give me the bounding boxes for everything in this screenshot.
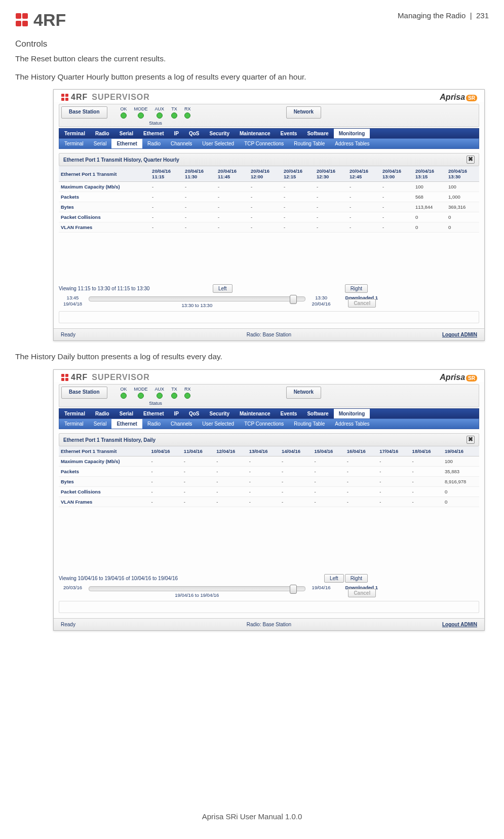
body-quarter-hourly: The History Quarter Hourly button presen… bbox=[15, 71, 489, 83]
body-daily: The History Daily button presents a log … bbox=[15, 351, 489, 362]
page-number: 231 bbox=[476, 11, 489, 20]
slider-track[interactable] bbox=[89, 296, 305, 301]
left-button[interactable]: Left bbox=[324, 574, 344, 583]
tab-ip[interactable]: IP bbox=[169, 409, 184, 418]
logout-link[interactable]: Logout ADMIN bbox=[338, 622, 477, 627]
subtab-user-selected[interactable]: User Selected bbox=[197, 139, 239, 148]
supervisor-logo: 4RF SUPERVISOR bbox=[61, 373, 150, 382]
close-icon[interactable]: ✖ bbox=[467, 436, 475, 444]
main-nav: Terminal Radio Serial Ethernet IP QoS Se… bbox=[59, 408, 479, 418]
tab-radio[interactable]: Radio bbox=[90, 129, 114, 138]
status-bar: Ready Radio: Base Station Logout ADMIN bbox=[54, 618, 484, 630]
tab-monitoring[interactable]: Monitoring bbox=[334, 409, 370, 418]
tab-software[interactable]: Software bbox=[302, 409, 333, 418]
led-tx-icon bbox=[171, 393, 177, 399]
tab-serial[interactable]: Serial bbox=[114, 129, 138, 138]
base-station-button[interactable]: Base Station bbox=[61, 387, 107, 399]
status-leds: OKMODEAUXTXRX Status bbox=[117, 386, 195, 407]
led-rx-icon bbox=[184, 112, 190, 119]
tab-qos[interactable]: QoS bbox=[184, 129, 205, 138]
table-row: Bytes--------113,844369,316 bbox=[59, 202, 479, 212]
tab-serial[interactable]: Serial bbox=[114, 409, 138, 418]
history-table-qh: Ethernet Port 1 Transmit 20/04/1611:15 2… bbox=[59, 166, 479, 233]
table-row: VLAN Frames---------0 bbox=[59, 497, 479, 507]
led-mode-icon bbox=[138, 393, 144, 399]
subtab-channels[interactable]: Channels bbox=[166, 139, 197, 148]
history-slider: 13:45 19/04/18 13:30 to 13:30 13:30 20/0… bbox=[59, 295, 479, 308]
cancel-button[interactable]: Cancel bbox=[348, 299, 376, 308]
table-row: Maximum Capacity (Mb/s)--------100100 bbox=[59, 182, 479, 192]
status-radio: Radio: Base Station bbox=[200, 332, 338, 337]
logo-dots-icon bbox=[61, 93, 69, 101]
slider-track[interactable] bbox=[89, 586, 305, 591]
viewing-label: Viewing 10/04/16 to 19/04/16 of 10/04/16… bbox=[59, 576, 323, 581]
main-nav: Terminal Radio Serial Ethernet IP QoS Se… bbox=[59, 128, 479, 138]
tab-security[interactable]: Security bbox=[205, 129, 235, 138]
subtab-radio[interactable]: Radio bbox=[142, 139, 166, 148]
subtab-radio[interactable]: Radio bbox=[142, 419, 166, 429]
left-button[interactable]: Left bbox=[213, 284, 232, 293]
logout-link[interactable]: Logout ADMIN bbox=[338, 332, 477, 337]
status-ready: Ready bbox=[61, 622, 200, 627]
sub-nav: Terminal Serial Ethernet Radio Channels … bbox=[59, 418, 479, 429]
status-leds: OK MODE AUX TX RX Status bbox=[117, 105, 195, 127]
subtab-terminal[interactable]: Terminal bbox=[59, 419, 89, 429]
subtab-user-selected[interactable]: User Selected bbox=[197, 419, 239, 429]
aprisa-logo: AprisaSR bbox=[440, 373, 477, 382]
status-ready: Ready bbox=[61, 332, 200, 337]
tab-maintenance[interactable]: Maintenance bbox=[235, 409, 276, 418]
controls-heading: Controls bbox=[15, 39, 489, 49]
led-aux-icon bbox=[157, 393, 163, 399]
network-button[interactable]: Network bbox=[286, 106, 321, 119]
subtab-serial[interactable]: Serial bbox=[89, 419, 112, 429]
tab-ethernet[interactable]: Ethernet bbox=[138, 129, 169, 138]
viewing-label: Viewing 11:15 to 13:30 of 11:15 to 13:30 bbox=[59, 286, 212, 291]
led-rx-icon bbox=[184, 393, 190, 399]
led-mode-icon bbox=[138, 112, 144, 119]
tab-events[interactable]: Events bbox=[276, 129, 302, 138]
empty-frame bbox=[59, 601, 479, 613]
tab-software[interactable]: Software bbox=[302, 129, 333, 138]
slider-thumb[interactable] bbox=[290, 585, 297, 594]
right-button[interactable]: Right bbox=[345, 284, 368, 293]
subtab-routing-table[interactable]: Routing Table bbox=[289, 139, 330, 148]
tab-ethernet[interactable]: Ethernet bbox=[138, 409, 169, 418]
table-row: VLAN Frames--------00 bbox=[59, 222, 479, 233]
cancel-button[interactable]: Cancel bbox=[348, 589, 376, 597]
section-name: Managing the Radio bbox=[398, 11, 466, 20]
table-row: Packets--------5681,000 bbox=[59, 192, 479, 202]
tab-maintenance[interactable]: Maintenance bbox=[235, 129, 276, 138]
close-icon[interactable]: ✖ bbox=[467, 156, 475, 164]
subtab-address-tables[interactable]: Address Tables bbox=[330, 419, 374, 429]
tab-events[interactable]: Events bbox=[276, 409, 302, 418]
led-ok-icon bbox=[121, 393, 127, 399]
subtab-ethernet[interactable]: Ethernet bbox=[111, 419, 142, 429]
screenshot-quarter-hourly: 4RF SUPERVISOR AprisaSR Base Station OK … bbox=[53, 89, 485, 341]
tab-ip[interactable]: IP bbox=[169, 129, 184, 138]
subtab-channels[interactable]: Channels bbox=[166, 419, 197, 429]
tab-terminal[interactable]: Terminal bbox=[59, 409, 90, 418]
tab-security[interactable]: Security bbox=[205, 409, 235, 418]
subtab-tcp-connections[interactable]: TCP Connections bbox=[239, 419, 289, 429]
subtab-terminal[interactable]: Terminal bbox=[59, 139, 89, 148]
body-reset: The Reset button clears the current resu… bbox=[15, 53, 489, 64]
subtab-address-tables[interactable]: Address Tables bbox=[330, 139, 374, 148]
subtab-serial[interactable]: Serial bbox=[89, 139, 112, 148]
tab-radio[interactable]: Radio bbox=[90, 409, 114, 418]
subtab-ethernet[interactable]: Ethernet bbox=[111, 139, 142, 148]
supervisor-logo: 4RF SUPERVISOR bbox=[61, 93, 150, 102]
slider-thumb[interactable] bbox=[290, 295, 297, 304]
panel-title-daily: Ethernet Port 1 Transmit History, Daily … bbox=[59, 433, 479, 446]
led-ok-icon bbox=[121, 112, 127, 119]
subtab-tcp-connections[interactable]: TCP Connections bbox=[239, 139, 289, 148]
tab-terminal[interactable]: Terminal bbox=[59, 129, 90, 138]
subtab-routing-table[interactable]: Routing Table bbox=[289, 419, 330, 429]
tab-monitoring[interactable]: Monitoring bbox=[334, 129, 370, 138]
panel-title-qh: Ethernet Port 1 Transmit History, Quarte… bbox=[59, 153, 479, 166]
sub-nav: Terminal Serial Ethernet Radio Channels … bbox=[59, 138, 479, 149]
tab-qos[interactable]: QoS bbox=[184, 409, 205, 418]
right-button[interactable]: Right bbox=[345, 574, 368, 583]
page-footer: Aprisa SRi User Manual 1.0.0 bbox=[0, 812, 504, 821]
base-station-button[interactable]: Base Station bbox=[61, 106, 107, 119]
network-button[interactable]: Network bbox=[286, 387, 321, 399]
